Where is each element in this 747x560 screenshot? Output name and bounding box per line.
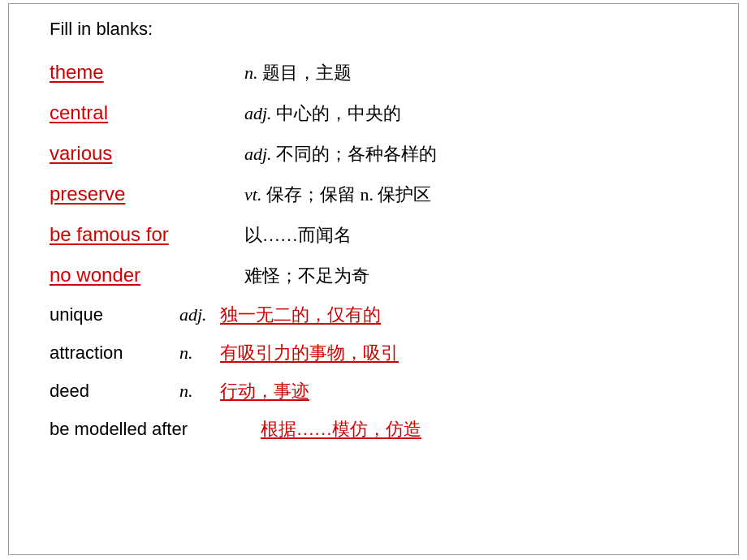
fill-entry: themen. 题目，主题 <box>50 58 722 87</box>
reverse-word: deed <box>50 377 179 404</box>
fill-definition: adj. 中心的，中央的 <box>244 100 401 127</box>
fill-entries: themen. 题目，主题centraladj. 中心的，中央的variousa… <box>50 58 722 290</box>
fill-entry: centraladj. 中心的，中央的 <box>50 98 722 127</box>
fill-word: no wonder <box>50 261 236 290</box>
reverse-definition: 行动，事迹 <box>220 377 309 404</box>
fill-definition: adj. 不同的；各种各样的 <box>244 140 437 167</box>
reverse-word: unique <box>50 301 179 328</box>
pos-label: adj. <box>179 301 220 328</box>
pos-label: adj. <box>244 103 276 123</box>
page-title: Fill in blanks: <box>50 19 722 40</box>
fill-word: be famous for <box>50 220 236 249</box>
reverse-entry: attractionn. 有吸引力的事物，吸引 <box>50 339 722 366</box>
fill-word: central <box>50 98 236 127</box>
reverse-definition: 独一无二的，仅有的 <box>220 301 381 328</box>
fill-definition: n. 题目，主题 <box>244 59 352 86</box>
fill-entry: no wonder难怪；不足为奇 <box>50 261 722 290</box>
fill-definition: 以……而闻名 <box>244 222 352 248</box>
main-page: Fill in blanks: themen. 题目，主题centraladj.… <box>8 3 739 555</box>
fill-definition: vt. 保存；保留 n. 保护区 <box>244 181 431 208</box>
pos-label: n. <box>179 339 220 366</box>
fill-entry: be famous for以……而闻名 <box>50 220 722 249</box>
pos-label: n. <box>244 62 262 83</box>
reverse-entries: uniqueadj. 独一无二的，仅有的attractionn. 有吸引力的事物… <box>50 301 722 442</box>
reverse-entry: be modelled after根据……模仿，仿造 <box>50 416 722 442</box>
fill-entry: variousadj. 不同的；各种各样的 <box>50 139 722 168</box>
def-text: 中心的，中央的 <box>276 103 401 123</box>
pos-label: n. <box>179 377 220 404</box>
reverse-word: attraction <box>50 339 179 366</box>
reverse-definition: 根据……模仿，仿造 <box>261 416 421 442</box>
fill-entry: preservevt. 保存；保留 n. 保护区 <box>50 179 722 209</box>
pos-label: adj. <box>244 144 276 164</box>
fill-word: preserve <box>50 179 236 209</box>
pos-label: vt. <box>244 184 266 205</box>
def-text: 不同的；各种各样的 <box>276 144 437 164</box>
reverse-entry: uniqueadj. 独一无二的，仅有的 <box>50 301 722 328</box>
reverse-word: be modelled after <box>50 416 261 442</box>
fill-word: various <box>50 139 236 168</box>
def-text: 以……而闻名 <box>244 225 352 245</box>
fill-word: theme <box>50 58 236 87</box>
def-text: 保存；保留 n. 保护区 <box>266 184 432 205</box>
def-text: 难怪；不足为奇 <box>244 265 369 286</box>
reverse-definition: 有吸引力的事物，吸引 <box>220 339 399 366</box>
reverse-entry: deedn. 行动，事迹 <box>50 377 722 404</box>
fill-definition: 难怪；不足为奇 <box>244 262 369 289</box>
def-text: 题目，主题 <box>262 62 352 83</box>
